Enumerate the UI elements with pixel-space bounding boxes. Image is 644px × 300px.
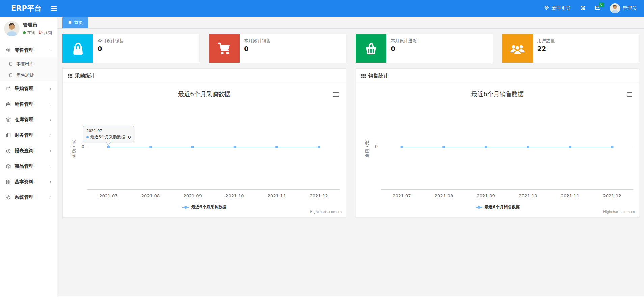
logout-link[interactable]: 注销: [38, 30, 52, 36]
x-axis-label: 2021-12: [310, 193, 328, 198]
sidebar-item-retail[interactable]: 零售管理: [0, 43, 57, 58]
tooltip-value: 0: [128, 135, 131, 140]
y-axis-tick-label: 0: [370, 144, 378, 149]
gift-icon: [6, 48, 11, 53]
layers-icon: [6, 117, 11, 123]
sales-chart: 0最近6个月销售数据金额（元）2021-072021-082021-092021…: [356, 83, 639, 217]
sidebar-item-finance[interactable]: 财务管理: [0, 128, 57, 143]
sidebar-item-system[interactable]: 系统管理: [0, 190, 57, 205]
th-grid-icon: [361, 74, 366, 78]
sidebar-item-report[interactable]: 报表查询: [0, 143, 57, 159]
avatar: [4, 21, 20, 36]
data-point[interactable]: [233, 146, 236, 148]
sidebar-user-name: 管理员: [23, 22, 52, 28]
fullscreen-icon: [580, 5, 586, 12]
sidebar-item-warehouse[interactable]: 仓库管理: [0, 112, 57, 128]
chevron-left-icon: [49, 165, 52, 168]
chart-context-menu-button[interactable]: [625, 91, 633, 98]
legend-item[interactable]: 最近6个月采购数据: [63, 204, 346, 210]
data-point[interactable]: [611, 146, 614, 148]
stat-value: 0: [98, 45, 124, 52]
chevron-left-icon: [49, 134, 52, 137]
tooltip-category: 2021-07: [86, 129, 131, 133]
app-brand[interactable]: ERP平台: [0, 4, 42, 13]
grid-icon: [6, 179, 11, 185]
chart-title: 最近6个月销售数据: [356, 90, 639, 98]
gear-icon: [6, 195, 11, 200]
box-icon: [6, 164, 11, 169]
data-point[interactable]: [275, 146, 278, 148]
sidebar-toggle-button[interactable]: [51, 6, 57, 11]
x-axis-label: 2021-08: [141, 193, 160, 198]
data-point[interactable]: [569, 146, 571, 148]
legend-label: 最近6个月销售数据: [485, 204, 520, 210]
data-point[interactable]: [318, 146, 320, 148]
guide-button[interactable]: 新手引导: [544, 5, 571, 12]
shopping-basket-icon: [356, 34, 386, 63]
stat-value: 0: [244, 45, 270, 52]
repeat-box-icon: [6, 86, 11, 92]
x-axis-label: 2021-12: [603, 193, 621, 198]
x-axis-label: 2021-11: [268, 193, 286, 198]
chevron-left-icon: [49, 196, 52, 199]
data-point[interactable]: [485, 146, 487, 148]
legend-marker-icon: [475, 205, 483, 209]
online-status-label: 在线: [27, 30, 35, 36]
x-axis-label: 2021-10: [519, 193, 537, 198]
sidebar-item-retail-outbound[interactable]: 零售出库: [0, 58, 57, 70]
data-point[interactable]: [527, 146, 529, 148]
sidebar-item-retail-return[interactable]: 零售退货: [0, 70, 57, 81]
tab-home[interactable]: 首页: [62, 17, 88, 28]
map-icon: [6, 133, 11, 138]
retail-submenu: 零售出库 零售退货: [0, 58, 57, 81]
legend-item[interactable]: 最近6个月销售数据: [356, 204, 639, 210]
users-icon: [502, 34, 533, 63]
chevron-left-icon: [49, 180, 52, 184]
chart-credits[interactable]: Highcharts.com.cn: [603, 210, 635, 214]
purchase-stats-panel: 采购统计 0最近6个月采购数据金额（元）2021-072021-082021-0…: [62, 68, 346, 218]
th-grid-icon: [68, 74, 72, 78]
stat-value: 22: [537, 45, 555, 52]
sidebar-item-purchase[interactable]: 采购管理: [0, 81, 57, 97]
chart-panels: 采购统计 0最近6个月采购数据金额（元）2021-072021-082021-0…: [62, 68, 639, 218]
sales-stats-panel: 销售统计 0最近6个月销售数据金额（元）2021-072021-082021-0…: [356, 68, 639, 218]
briefcase-icon: [6, 102, 11, 107]
data-point[interactable]: [442, 146, 445, 148]
x-axis-label: 2021-09: [183, 193, 202, 198]
data-point[interactable]: [149, 146, 152, 148]
data-point[interactable]: [107, 146, 110, 148]
chart-credits[interactable]: Highcharts.com.cn: [310, 210, 342, 214]
messages-button[interactable]: 0: [595, 5, 601, 12]
sidebar-item-basic-data[interactable]: 基本资料: [0, 174, 57, 190]
chart-context-menu-button[interactable]: [332, 91, 340, 98]
user-name: 管理员: [622, 5, 637, 11]
x-axis-label: 2021-08: [435, 193, 453, 198]
journal-icon: [9, 61, 14, 67]
stat-card-month-purchase[interactable]: 本月累计进货 0: [356, 34, 493, 63]
tooltip-series-label: 最近6个月采购数据:: [90, 134, 127, 140]
messages-count-badge: 0: [599, 2, 604, 7]
online-status-icon: [23, 31, 26, 34]
fullscreen-button[interactable]: [580, 5, 586, 12]
pie-chart-icon: [6, 148, 11, 154]
chart-tooltip: 2021-07最近6个月采购数据: 0: [83, 126, 134, 142]
sidebar-menu: 零售管理 零售出库 零售退货: [0, 43, 57, 205]
sidebar-item-sales[interactable]: 销售管理: [0, 97, 57, 112]
user-menu[interactable]: 管理员: [610, 3, 637, 13]
x-axis-label: 2021-11: [561, 193, 579, 198]
stat-card-month-sales[interactable]: 本月累计销售 0: [209, 34, 346, 63]
data-point[interactable]: [191, 146, 194, 148]
stat-card-user-count[interactable]: 用户数量 22: [502, 34, 639, 63]
data-point[interactable]: [400, 146, 403, 148]
sign-out-icon: [38, 30, 43, 35]
main-content: 首页 今日累计销售 0: [57, 17, 644, 300]
sidebar-item-goods[interactable]: 商品管理: [0, 159, 57, 174]
chevron-down-icon: [49, 49, 52, 52]
y-axis-title: 金额（元）: [364, 131, 370, 164]
stat-value: 0: [391, 45, 417, 52]
stat-card-today-sales[interactable]: 今日累计销售 0: [62, 34, 199, 63]
chart-title: 最近6个月采购数据: [63, 90, 346, 98]
stat-cards: 今日累计销售 0 本月累计销售 0: [62, 34, 639, 63]
x-axis-label: 2021-07: [99, 193, 117, 198]
panel-header: 采购统计: [63, 69, 346, 83]
